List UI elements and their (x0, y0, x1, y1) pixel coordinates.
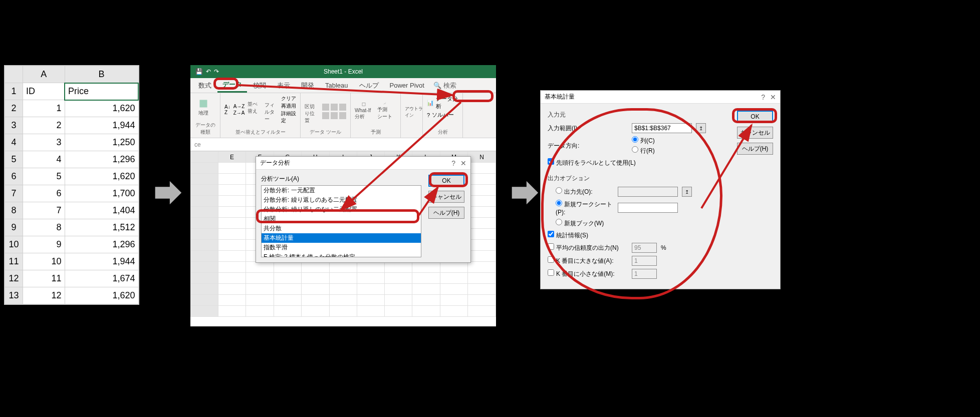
sort-button[interactable]: 並べ替え (248, 101, 261, 119)
row-header[interactable]: 11 (5, 253, 23, 270)
range-selector-icon[interactable]: ↥ (682, 187, 692, 197)
sort-desc-icon[interactable]: Z→A (233, 110, 245, 116)
table-cell[interactable]: 12 (23, 287, 65, 304)
cancel-button[interactable]: キャンセル (737, 127, 773, 139)
help-button[interactable]: ヘルプ(H) (737, 143, 773, 155)
tab-view[interactable]: 表示 (272, 79, 295, 92)
solver-button[interactable]: ?ソルバー (427, 111, 454, 119)
sort-asc-icon[interactable]: A→Z (233, 104, 245, 109)
table-cell[interactable]: 1,700 (65, 185, 138, 202)
table-cell[interactable]: 1,944 (65, 253, 138, 270)
tab-developer[interactable]: 開発 (296, 79, 319, 92)
autosave-icon[interactable]: 💾 (195, 68, 203, 75)
orientation-columns-radio[interactable]: 列(C) (632, 136, 655, 145)
clear-filter-button[interactable]: クリア (281, 95, 296, 102)
row-header[interactable]: 5 (5, 151, 23, 168)
row-header[interactable]: 13 (5, 287, 23, 304)
table-cell[interactable]: 2 (23, 117, 65, 134)
new-workbook-radio[interactable]: 新規ブック(W) (548, 219, 614, 228)
table-cell[interactable]: 10 (23, 253, 65, 270)
table-cell[interactable]: 3 (23, 134, 65, 151)
row-header[interactable]: 1 (5, 83, 23, 100)
output-range-radio[interactable]: 出力先(O): (548, 187, 614, 196)
data-analysis-button[interactable]: 📊データ分析 (427, 95, 458, 110)
table-cell[interactable]: 1,674 (65, 270, 138, 287)
text-to-columns-button[interactable]: 区切り位置 (305, 102, 319, 120)
analysis-tools-list[interactable]: 分散分析: 一元配置 分散分析: 繰り返しのある二元配置 分散分析: 繰り返しの… (261, 185, 421, 257)
table-cell[interactable]: 1,512 (65, 219, 138, 236)
row-header[interactable]: 12 (5, 270, 23, 287)
row-header[interactable]: 7 (5, 185, 23, 202)
help-icon[interactable]: ? (761, 93, 765, 101)
range-selector-icon[interactable]: ↥ (696, 123, 706, 133)
list-item[interactable]: 分散分析: 一元配置 (262, 186, 421, 195)
row-header[interactable]: 9 (5, 219, 23, 236)
new-worksheet-name-field[interactable] (618, 203, 678, 213)
table-cell[interactable]: 6 (23, 185, 65, 202)
tab-formulas[interactable]: 数式 (193, 79, 216, 92)
tool-icon[interactable] (322, 104, 329, 111)
undo-icon[interactable]: ↶ (206, 68, 211, 75)
summary-stats-checkbox[interactable]: 統計情報(S) (548, 231, 588, 240)
tool-icon[interactable] (331, 104, 338, 111)
tab-data[interactable]: データ (217, 78, 247, 93)
tool-icon[interactable] (339, 104, 346, 111)
cell-a1[interactable]: ID (23, 83, 65, 100)
forecast-sheet-button[interactable]: 予測 シート (376, 102, 394, 120)
tool-icon[interactable] (339, 112, 346, 119)
table-cell[interactable]: 1,296 (65, 236, 138, 253)
tool-icon[interactable] (322, 112, 329, 119)
tab-help[interactable]: ヘルプ (354, 79, 384, 92)
redo-icon[interactable]: ↷ (214, 68, 219, 75)
list-item[interactable]: 共分散 (262, 224, 421, 233)
table-cell[interactable]: 1,404 (65, 202, 138, 219)
row-header[interactable]: 2 (5, 100, 23, 117)
table-cell[interactable]: 1,296 (65, 151, 138, 168)
ok-button[interactable]: OK (737, 111, 773, 123)
list-item[interactable]: 分散分析: 繰り返しのない二元配置 (262, 205, 421, 214)
table-cell[interactable]: 11 (23, 270, 65, 287)
tool-icon[interactable] (331, 112, 338, 119)
col-header[interactable]: E (218, 152, 246, 163)
kth-smallest-checkbox[interactable]: K 番目に小さな値(M): (548, 269, 628, 278)
ok-button[interactable]: OK (428, 175, 464, 187)
tab-tableau[interactable]: Tableau (320, 80, 353, 91)
table-cell[interactable]: 1,620 (65, 100, 138, 117)
whatif-button[interactable]: What-If 分析 (355, 102, 373, 120)
new-worksheet-radio[interactable]: 新規ワークシート(P): (548, 200, 614, 216)
row-header[interactable]: 4 (5, 134, 23, 151)
table-cell[interactable]: 9 (23, 236, 65, 253)
select-all-cell[interactable] (5, 66, 23, 83)
col-header-b[interactable]: B (65, 66, 138, 83)
table-cell[interactable]: 7 (23, 202, 65, 219)
close-icon[interactable]: ✕ (460, 159, 466, 167)
labels-first-row-checkbox[interactable]: 先頭行をラベルとして使用(L) (548, 158, 636, 167)
tab-powerpivot[interactable]: Power Pivot (385, 80, 429, 91)
help-button[interactable]: ヘルプ(H) (428, 207, 464, 219)
tab-review[interactable]: 校閲 (248, 79, 271, 92)
list-item-selected[interactable]: 基本統計量 (262, 233, 421, 243)
confidence-checkbox[interactable]: 平均の信頼度の出力(N) (548, 243, 628, 252)
cell-b1[interactable]: Price (65, 83, 138, 100)
reapply-button[interactable]: 再適用 (281, 103, 296, 110)
row-header[interactable]: 8 (5, 202, 23, 219)
table-cell[interactable]: 1,944 (65, 117, 138, 134)
close-icon[interactable]: ✕ (770, 93, 776, 101)
row-header[interactable]: 6 (5, 168, 23, 185)
sort-az-icon[interactable]: A↓Z (224, 104, 230, 115)
list-item[interactable]: F 検定: 2 標本を使った分散の検定 (262, 252, 421, 257)
list-item[interactable]: 相関 (262, 214, 421, 224)
list-item[interactable]: 分散分析: 繰り返しのある二元配置 (262, 195, 421, 205)
table-cell[interactable]: 1,620 (65, 287, 138, 304)
dialog-titlebar[interactable]: 基本統計量 ? ✕ (541, 91, 780, 104)
col-header-a[interactable]: A (23, 66, 65, 83)
row-header[interactable]: 3 (5, 117, 23, 134)
orientation-rows-radio[interactable]: 行(R) (632, 146, 655, 155)
row-header[interactable]: 10 (5, 236, 23, 253)
search-box[interactable]: 🔍 検索 (433, 81, 456, 90)
table-cell[interactable]: 4 (23, 151, 65, 168)
help-icon[interactable]: ? (451, 159, 455, 167)
table-cell[interactable]: 1 (23, 100, 65, 117)
list-item[interactable]: 指数平滑 (262, 243, 421, 252)
formula-bar[interactable]: ce (190, 138, 496, 151)
